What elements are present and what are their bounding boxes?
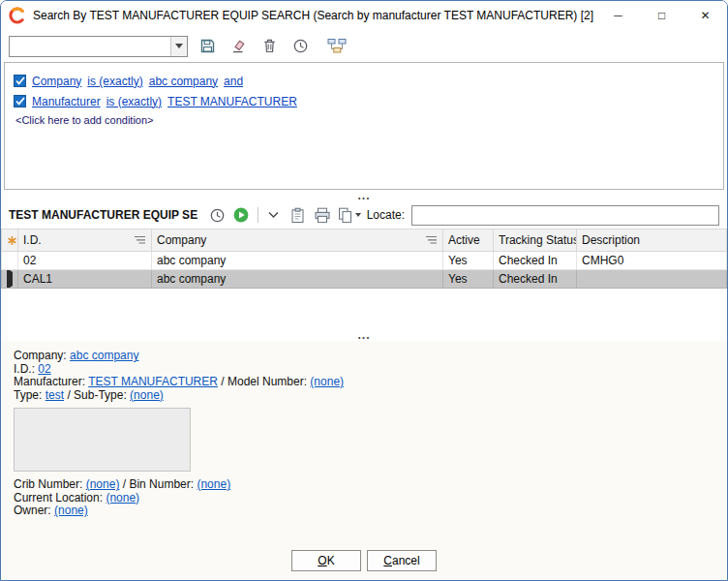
detail-manufacturer-line: Manufacturer: TEST MANUFACTURER / Model … (14, 376, 714, 389)
type-link[interactable]: test (46, 388, 64, 402)
grid-row[interactable]: 02 abc company Yes Checked In CMHG0 (2, 252, 727, 270)
close-button[interactable]: ✕ (683, 1, 727, 30)
dialog-footer: OK Cancel (1, 541, 727, 580)
id-link[interactable]: 02 (38, 362, 50, 376)
crib-number-label: Crib Number: (14, 477, 82, 491)
cell-tracking-status: Checked In (494, 252, 577, 270)
subtype-label: / Sub-Type: (67, 388, 126, 402)
cell-company: abc company (152, 252, 443, 270)
caption-buttons: ─ □ ✕ (596, 1, 727, 30)
current-location-link[interactable]: (none) (106, 491, 139, 505)
bin-number-label: / Bin Number: (123, 477, 194, 491)
conditions-panel: Company is (exactly) abc company and Man… (4, 62, 724, 190)
model-number-link[interactable]: (none) (310, 375, 344, 388)
report-button[interactable] (336, 203, 363, 227)
cell-id: 02 (18, 252, 152, 270)
clear-search-button[interactable] (227, 35, 250, 58)
detail-id-line: I.D.: 02 (14, 363, 714, 377)
run-search-button[interactable] (231, 203, 252, 227)
condition-field-link[interactable]: Company (32, 75, 81, 88)
results-grid: I.D. Company Active Tracking Status Desc… (1, 229, 727, 329)
condition-value-link[interactable]: TEST MANUFACTURER (167, 95, 297, 108)
asterisk-icon (7, 235, 13, 246)
row-indicator-cell (2, 252, 18, 270)
cell-active: Yes (443, 252, 494, 270)
current-row-arrow-icon (7, 270, 13, 289)
subtype-link[interactable]: (none) (130, 388, 164, 402)
detail-type-line: Type: test / Sub-Type: (none) (14, 389, 714, 403)
owner-label: Owner: (14, 504, 51, 517)
condition-operator-link[interactable]: is (exactly) (106, 95, 162, 108)
detail-location-line: Current Location: (none) (14, 492, 714, 505)
condition-operator-link[interactable]: is (exactly) (87, 75, 142, 88)
condition-value-link[interactable]: abc company (149, 75, 218, 88)
chevron-down-icon (355, 213, 361, 217)
clock-icon (209, 207, 226, 224)
id-label: I.D.: (14, 362, 35, 376)
company-label: Company: (14, 349, 67, 362)
condition-checkbox[interactable] (14, 95, 26, 107)
eraser-icon (230, 38, 247, 54)
chevron-down-icon (268, 211, 279, 219)
saved-search-combo (9, 36, 188, 57)
manufacturer-link[interactable]: TEST MANUFACTURER (88, 375, 218, 388)
search-toolbar (1, 30, 727, 62)
run-options-dropdown-button[interactable] (264, 203, 285, 227)
results-history-button[interactable] (207, 203, 228, 227)
horizontal-splitter[interactable]: ... (1, 190, 727, 201)
manage-searches-icon (327, 38, 347, 54)
save-search-button[interactable] (196, 35, 219, 58)
horizontal-splitter[interactable]: ... (1, 329, 727, 341)
detail-owner-line: Owner: (none) (14, 505, 714, 518)
detail-company-line: Company: abc company (14, 350, 714, 363)
model-number-label: / Model Number: (221, 375, 307, 388)
condition-checkbox[interactable] (14, 75, 26, 87)
locate-input[interactable] (411, 205, 719, 226)
cancel-button[interactable]: Cancel (367, 550, 437, 571)
column-header-description[interactable]: Description (577, 229, 727, 252)
cell-company: abc company (152, 270, 443, 289)
results-title: TEST MANUFACTURER EQUIP SE (9, 208, 197, 222)
condition-row: Manufacturer is (exactly) TEST MANUFACTU… (14, 91, 714, 111)
add-condition-link[interactable]: <Click here to add condition> (15, 114, 153, 126)
detail-panel: Company: abc company I.D.: 02 Manufactur… (1, 341, 727, 541)
maximize-button[interactable]: □ (640, 1, 683, 30)
results-toolbar: TEST MANUFACTURER EQUIP SE (1, 201, 727, 229)
search-history-button[interactable] (288, 35, 312, 58)
manufacturer-label: Manufacturer: (14, 375, 85, 388)
grid-header-row: I.D. Company Active Tracking Status Desc… (2, 229, 727, 252)
clock-icon (292, 38, 309, 54)
cell-description: CMHG0 (577, 252, 727, 270)
sort-icon (134, 235, 146, 245)
app-logo-icon (9, 7, 26, 24)
equipment-image-placeholder (14, 408, 191, 472)
sort-icon (425, 235, 438, 245)
owner-link[interactable]: (none) (54, 504, 88, 517)
condition-conjunction-link[interactable]: and (224, 75, 243, 88)
delete-search-button[interactable] (258, 35, 281, 58)
condition-field-link[interactable]: Manufacturer (32, 95, 101, 108)
company-link[interactable]: abc company (70, 349, 138, 362)
column-header-tracking-status[interactable]: Tracking Status (494, 229, 577, 252)
column-header-company[interactable]: Company (152, 229, 443, 252)
crib-number-link[interactable]: (none) (86, 477, 120, 491)
saved-search-input[interactable] (10, 37, 170, 56)
print-button[interactable] (312, 203, 332, 227)
window-title: Search By TEST MANUFACTURER EQUIP SEARCH… (33, 9, 596, 22)
run-icon (232, 206, 250, 224)
bin-number-link[interactable]: (none) (197, 477, 230, 491)
column-header-active[interactable]: Active (443, 229, 494, 252)
row-indicator-header (2, 229, 18, 252)
trash-icon (261, 38, 278, 54)
cell-active: Yes (443, 270, 494, 289)
manage-searches-button[interactable] (325, 35, 349, 58)
grid-row-selected[interactable]: CAL1 abc company Yes Checked In (2, 270, 727, 289)
save-icon (199, 38, 216, 54)
paste-button[interactable] (288, 203, 308, 227)
minimize-button[interactable]: ─ (596, 1, 640, 30)
combo-dropdown-button[interactable] (170, 37, 187, 56)
column-header-id[interactable]: I.D. (18, 229, 152, 252)
toolbar-separator (258, 207, 258, 223)
condition-row: Company is (exactly) abc company and (14, 71, 714, 91)
ok-button[interactable]: OK (291, 550, 361, 571)
